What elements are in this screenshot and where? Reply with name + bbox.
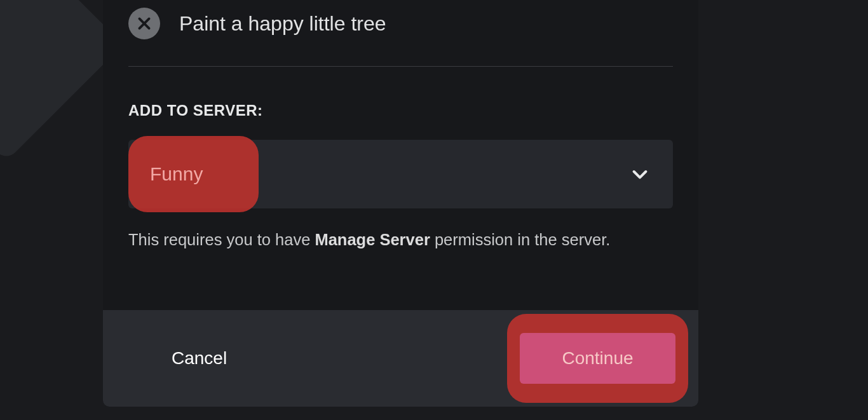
- continue-button[interactable]: Continue: [520, 333, 675, 384]
- add-to-server-modal: Paint a happy little tree ADD TO SERVER:…: [103, 0, 698, 407]
- modal-body: Paint a happy little tree ADD TO SERVER:…: [103, 0, 698, 277]
- add-to-server-label: ADD TO SERVER:: [128, 102, 673, 119]
- helper-suffix: permission in the server.: [430, 231, 610, 248]
- server-select-value: Funny: [150, 163, 203, 185]
- server-select[interactable]: Funny: [128, 140, 673, 208]
- continue-wrap: Continue: [520, 333, 675, 384]
- modal-footer: Cancel Continue: [103, 310, 698, 407]
- chevron-down-icon: [628, 163, 651, 186]
- permission-helper-text: This requires you to have Manage Server …: [128, 229, 673, 252]
- divider: [128, 66, 673, 67]
- helper-strong: Manage Server: [315, 231, 430, 248]
- permission-denied-label: Paint a happy little tree: [179, 12, 386, 36]
- denied-x-icon: [128, 8, 160, 39]
- helper-prefix: This requires you to have: [128, 231, 315, 248]
- permission-denied-row: Paint a happy little tree: [128, 0, 673, 66]
- cancel-button[interactable]: Cancel: [126, 337, 273, 380]
- server-select-wrap: Funny: [128, 140, 673, 208]
